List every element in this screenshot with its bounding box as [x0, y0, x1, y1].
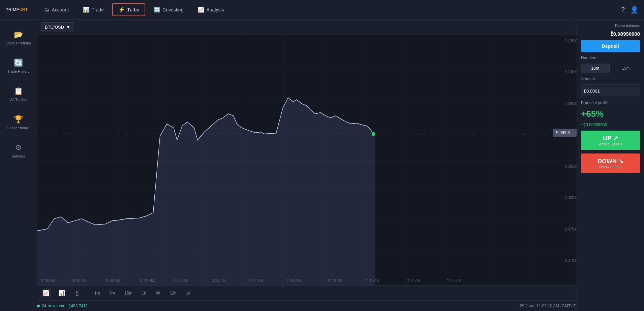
duration-10m-btn[interactable]: 10m	[581, 64, 610, 73]
sidebar-item-trade-history-label: Trade History	[7, 69, 30, 73]
svg-text:9,105.0: 9,105.0	[565, 38, 577, 43]
svg-text:9,070.0: 9,070.0	[565, 258, 577, 263]
turbo-icon: ⚡	[118, 6, 125, 13]
amount-field: − +	[581, 84, 640, 97]
nav-analysis-label: Analysis	[206, 7, 224, 12]
tf-5m[interactable]: 5m	[105, 289, 119, 297]
sidebar-item-all-trades[interactable]: 📋 All Trades	[0, 81, 37, 107]
svg-text:11:00 AM: 11:00 AM	[249, 279, 263, 283]
profit-percentage: +65%	[581, 109, 640, 119]
svg-text:11:25 AM: 11:25 AM	[447, 279, 461, 283]
status-indicator	[37, 305, 40, 307]
tf-15m[interactable]: 15m	[120, 289, 136, 297]
sidebar: 📂 Open Positions 🔄 Trade History 📋 All T…	[0, 20, 37, 311]
svg-text:10:55 AM: 10:55 AM	[211, 279, 226, 283]
account-icon: 🗂	[44, 7, 50, 13]
symbol-dropdown-icon: ▼	[66, 25, 70, 30]
demo-balance-value: ₿0.98990000	[581, 31, 640, 37]
duration-label: Duration:	[581, 56, 640, 60]
open-positions-icon: 📂	[14, 30, 23, 39]
help-icon[interactable]: ?	[621, 6, 625, 13]
right-panel: Demo balance: ₿0.98990000 Deposit Durati…	[577, 20, 644, 311]
chart-area: BTC/USD ▼	[37, 20, 577, 311]
symbol-label: BTC/USD	[45, 25, 64, 30]
demo-balance-label: Demo balance:	[581, 24, 640, 28]
price-chart: 9,105.0 9,100.0 9,095.0 9,090.0 9,085.0 …	[37, 35, 577, 285]
chart-container: 9,105.0 9,100.0 9,095.0 9,090.0 9,085.0 …	[37, 35, 577, 285]
sidebar-item-trade-history[interactable]: 🔄 Trade History	[0, 53, 37, 79]
profit-btc: +₿0.00006500	[581, 123, 640, 127]
deposit-button[interactable]: Deposit	[581, 40, 640, 52]
nav-covesting[interactable]: 🔄 Covesting	[148, 3, 189, 16]
trade-icon: 📊	[83, 6, 90, 13]
chart-type-bar-btn[interactable]: ⣿	[72, 288, 82, 298]
duration-15m-btn[interactable]: 15m	[612, 64, 640, 73]
symbol-selector[interactable]: BTC/USD ▼	[41, 22, 74, 32]
sidebar-item-open-positions-label: Open Positions	[6, 41, 31, 45]
volume-bar: 24-hr volume: ₿483.7411 29 June, 11:09:1…	[37, 300, 577, 311]
logo-prime: PRIME	[5, 7, 19, 12]
amount-input[interactable]	[581, 87, 640, 96]
nav-trade[interactable]: 📊 Trade	[77, 3, 110, 16]
logo: PRIMEXBT	[5, 7, 28, 12]
svg-text:9,100.0: 9,100.0	[565, 69, 577, 74]
sidebar-item-open-positions[interactable]: 📂 Open Positions	[0, 25, 37, 50]
svg-text:10:50 AM: 10:50 AM	[174, 279, 188, 283]
settings-icon: ⚙	[15, 143, 22, 152]
datetime-label: 29 June, 11:09:10 AM (GMT+2)	[520, 304, 577, 308]
amount-label: Amount:	[581, 76, 640, 81]
nav-right: ? 👤	[621, 6, 639, 14]
svg-text:11:10 AM: 11:10 AM	[327, 279, 342, 283]
nav-covesting-label: Covesting	[162, 7, 183, 12]
tf-4h[interactable]: 4h	[152, 289, 164, 297]
up-button-title: UP ↗	[585, 135, 636, 142]
down-button[interactable]: DOWN ↘ Below 9093.3	[581, 153, 640, 173]
sidebar-item-leader-board-label: Leader board	[7, 126, 29, 130]
svg-text:10:35 AM: 10:35 AM	[71, 279, 86, 283]
svg-text:9,085.0: 9,085.0	[565, 164, 577, 169]
tf-1m[interactable]: 1m	[90, 289, 104, 297]
volume-value: ₿483.7411	[68, 304, 88, 308]
svg-text:9,075.0: 9,075.0	[565, 227, 577, 232]
sidebar-item-settings-label: Settings	[12, 154, 25, 158]
nav-account-label: Account	[52, 7, 69, 12]
nav-turbo[interactable]: ⚡ Turbo	[112, 3, 145, 16]
chart-wrapper: 9,105.0 9,100.0 9,095.0 9,090.0 9,085.0 …	[37, 35, 577, 285]
main-layout: 📂 Open Positions 🔄 Trade History 📋 All T…	[0, 20, 644, 311]
svg-text:10:30 AM: 10:30 AM	[40, 279, 55, 283]
covesting-icon: 🔄	[154, 6, 160, 13]
nav-turbo-label: Turbo	[127, 7, 139, 12]
user-icon[interactable]: 👤	[630, 6, 639, 14]
tf-12h[interactable]: 12h	[165, 289, 180, 297]
svg-text:9,080.0: 9,080.0	[565, 195, 577, 200]
volume-label: 24-hr volume:	[42, 304, 66, 308]
sidebar-item-leader-board[interactable]: 🏆 Leader board	[0, 110, 37, 135]
logo-xbt: XBT	[19, 7, 28, 12]
svg-point-2	[372, 132, 375, 136]
up-button[interactable]: UP ↗ Above 9093.3	[581, 131, 640, 150]
nav-trade-label: Trade	[92, 7, 104, 12]
chart-type-line-btn[interactable]: 📈	[41, 288, 51, 298]
trade-history-icon: 🔄	[14, 59, 23, 67]
down-button-title: DOWN ↘	[585, 158, 636, 165]
svg-text:11:05 AM: 11:05 AM	[286, 279, 301, 283]
tf-1h[interactable]: 1h	[138, 289, 150, 297]
chart-type-candle-btn[interactable]: 📊	[57, 288, 67, 298]
top-navigation: PRIMEXBT 🗂 Account 📊 Trade ⚡ Turbo 🔄 Cov…	[0, 0, 644, 20]
analysis-icon: 📈	[197, 6, 204, 13]
up-button-subtitle: Above 9093.3	[585, 142, 636, 146]
all-trades-icon: 📋	[14, 87, 23, 96]
potential-profit-label: Potential profit:	[581, 101, 640, 105]
nav-account[interactable]: 🗂 Account	[38, 4, 74, 16]
tf-1d[interactable]: 1d	[182, 289, 194, 297]
chart-bottom-toolbar: 📈 📊 ⣿ 1m 5m 15m 1h 4h 12h 1d	[37, 285, 577, 300]
duration-buttons: 10m 15m	[581, 64, 640, 73]
timeframe-buttons: 1m 5m 15m 1h 4h 12h 1d	[90, 289, 194, 297]
sidebar-item-settings[interactable]: ⚙ Settings	[0, 138, 37, 164]
svg-text:11:15 AM: 11:15 AM	[365, 279, 379, 283]
nav-analysis[interactable]: 📈 Analysis	[192, 3, 229, 16]
svg-text:9,093.3: 9,093.3	[556, 130, 570, 135]
svg-text:10:45 AM: 10:45 AM	[140, 279, 154, 283]
chart-toolbar: BTC/USD ▼	[37, 20, 577, 35]
down-button-subtitle: Below 9093.3	[585, 165, 636, 169]
